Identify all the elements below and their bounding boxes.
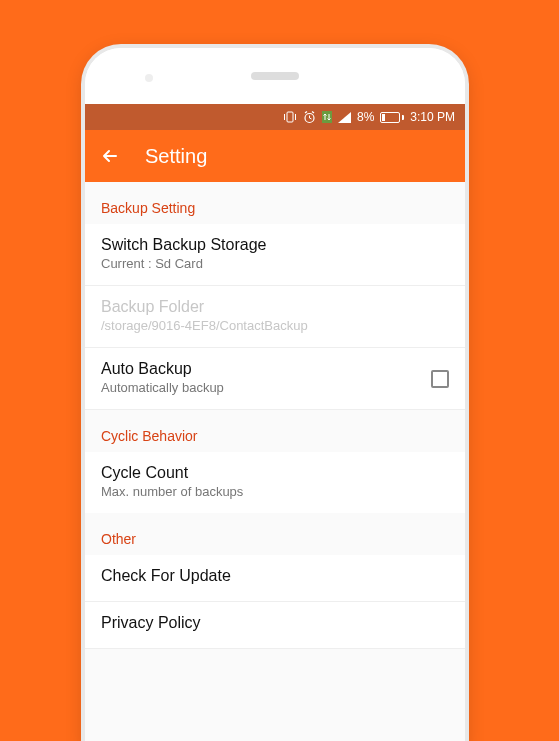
status-time: 3:10 PM: [410, 110, 455, 124]
svg-line-7: [312, 111, 314, 113]
item-subtitle: Automatically backup: [101, 380, 415, 395]
settings-list[interactable]: Backup Setting Switch Backup Storage Cur…: [85, 182, 465, 741]
svg-line-6: [305, 111, 307, 113]
item-title: Cycle Count: [101, 464, 449, 482]
item-backup-folder: Backup Folder /storage/9016-4EF8/Contact…: [85, 286, 465, 348]
item-subtitle: /storage/9016-4EF8/ContactBackup: [101, 318, 449, 333]
app-bar: Setting: [85, 130, 465, 182]
signal-icon: [338, 112, 351, 123]
item-title: Privacy Policy: [101, 614, 449, 632]
item-cycle-count[interactable]: Cycle Count Max. number of backups: [85, 452, 465, 513]
battery-icon: [380, 112, 404, 123]
item-title: Backup Folder: [101, 298, 449, 316]
item-title: Check For Update: [101, 567, 449, 585]
svg-line-5: [309, 118, 311, 119]
item-subtitle: Current : Sd Card: [101, 256, 449, 271]
item-title: Auto Backup: [101, 360, 415, 378]
alarm-icon: [303, 111, 316, 124]
item-check-update[interactable]: Check For Update: [85, 555, 465, 602]
item-switch-backup-storage[interactable]: Switch Backup Storage Current : Sd Card: [85, 224, 465, 286]
section-header-other: Other: [85, 513, 465, 555]
phone-speaker: [251, 72, 299, 80]
svg-rect-8: [322, 111, 332, 123]
phone-frame: 8% 3:10 PM Setting Backup Setting Switch…: [85, 48, 465, 741]
vibrate-icon: [283, 111, 297, 123]
phone-bezel-top: [85, 48, 465, 104]
battery-percent: 8%: [357, 110, 374, 124]
section-header-cyclic: Cyclic Behavior: [85, 410, 465, 452]
section-header-backup: Backup Setting: [85, 182, 465, 224]
item-subtitle: Max. number of backups: [101, 484, 449, 499]
checkbox-icon[interactable]: [431, 370, 449, 388]
svg-rect-0: [287, 112, 293, 122]
item-title: Switch Backup Storage: [101, 236, 449, 254]
phone-sensor: [145, 74, 153, 82]
page-title: Setting: [145, 145, 207, 168]
data-icon: [322, 111, 332, 123]
back-button[interactable]: [99, 145, 121, 167]
item-auto-backup[interactable]: Auto Backup Automatically backup: [85, 348, 465, 410]
status-bar: 8% 3:10 PM: [85, 104, 465, 130]
item-privacy-policy[interactable]: Privacy Policy: [85, 602, 465, 649]
